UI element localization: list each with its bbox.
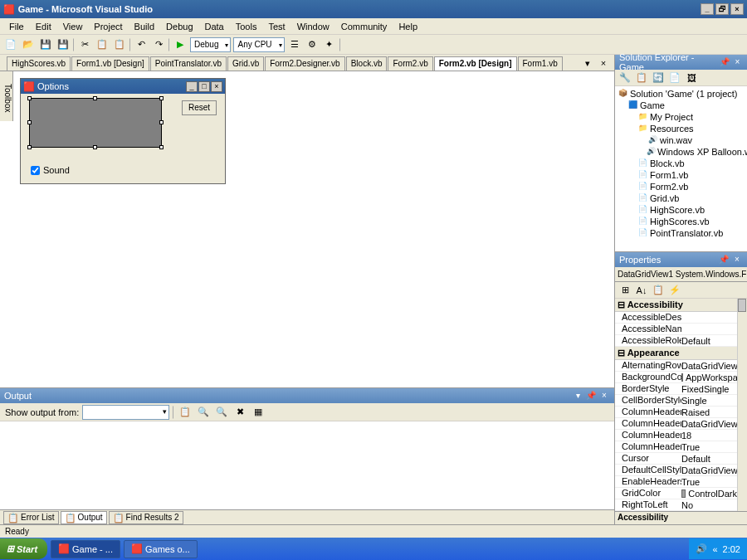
save-all-icon[interactable]: 💾 [56, 37, 71, 52]
prop-row[interactable]: ColumnHeader18 [615, 430, 737, 441]
menu-file[interactable]: File [3, 20, 30, 33]
pin-icon[interactable]: 📌 [585, 391, 597, 401]
tree-item[interactable]: 📄Form1.vb [617, 169, 745, 181]
menu-edit[interactable]: Edit [30, 20, 57, 33]
dropdown-icon[interactable]: ▾ [572, 391, 583, 401]
prop-category[interactable]: ⊟ Appearance [615, 347, 747, 360]
tab-block-vb[interactable]: Block.vb [346, 56, 388, 71]
prop-row[interactable]: ColumnHeaderDataGridViewCel [615, 418, 737, 430]
close-icon[interactable]: × [732, 57, 743, 67]
menu-debug[interactable]: Debug [160, 20, 198, 33]
prop-row[interactable]: CursorDefault [615, 453, 737, 465]
output-tool-icon[interactable]: 🔍 [214, 405, 229, 420]
menu-view[interactable]: View [57, 20, 89, 33]
tree-item[interactable]: 📄Form2.vb [617, 181, 745, 192]
prop-row[interactable]: AlternatingRowDataGridViewCel [615, 360, 737, 372]
properties-icon[interactable]: 📋 [651, 283, 666, 298]
properties-object[interactable]: DataGridView1 System.Windows.F [615, 267, 747, 282]
tray-icon[interactable]: 🔊 [696, 543, 707, 554]
undo-icon[interactable]: ↶ [134, 37, 149, 52]
events-icon[interactable]: ⚡ [667, 283, 682, 298]
tree-item[interactable]: 📄HighScores.vb [617, 216, 745, 227]
prop-value[interactable]: 18 [681, 430, 737, 441]
config-dropdown[interactable]: Debug [190, 37, 231, 52]
bottom-tab-error-list[interactable]: 📋Error List [3, 511, 59, 524]
prop-row[interactable]: ColumnHeaderRaised [615, 407, 737, 418]
start-debug-icon[interactable]: ▶ [173, 37, 188, 52]
menu-project[interactable]: Project [88, 20, 128, 33]
categorized-icon[interactable]: ⊞ [618, 283, 632, 298]
prop-value[interactable]: DataGridViewCel [681, 465, 737, 475]
form-minimize-button[interactable]: _ [186, 81, 198, 92]
view-designer-icon[interactable]: 🖼 [684, 71, 699, 85]
prop-row[interactable]: EnableHeadersTrue [615, 476, 737, 488]
cut-icon[interactable]: ✂ [77, 37, 92, 52]
pin-icon[interactable]: 📌 [718, 255, 730, 265]
redo-icon[interactable]: ↷ [151, 37, 166, 52]
tab-grid-vb[interactable]: Grid.vb [227, 56, 264, 71]
tree-item[interactable]: 📄Block.vb [617, 158, 745, 169]
prop-row[interactable]: BackgroundColAppWorkspa [615, 372, 737, 383]
prop-value[interactable]: No [681, 499, 737, 510]
prop-value[interactable]: FixedSingle [681, 383, 737, 394]
prop-row[interactable]: AccessibleNam [615, 324, 737, 335]
output-source-dropdown[interactable] [82, 405, 169, 420]
prop-row[interactable]: AccessibleRoleDefault [615, 335, 737, 347]
tab-form2-vb[interactable]: Form2.vb [388, 56, 432, 71]
tree-item[interactable]: 🔊win.wav [617, 134, 745, 146]
bottom-tab-output[interactable]: 📋Output [61, 511, 107, 524]
properties-grid[interactable]: ⊟ AccessibilityAccessibleDescAccessibleN… [615, 299, 747, 511]
menu-data[interactable]: Data [199, 20, 230, 33]
properties-scrollbar[interactable] [737, 299, 747, 511]
tool-icon[interactable]: ☰ [287, 37, 302, 52]
view-code-icon[interactable]: 📄 [667, 71, 682, 85]
platform-dropdown[interactable]: Any CPU [233, 37, 284, 52]
form-close-button[interactable]: × [211, 81, 222, 92]
prop-row[interactable]: CellBorderStyleSingle [615, 395, 737, 407]
menu-help[interactable]: Help [393, 20, 423, 33]
restore-button[interactable]: 🗗 [715, 3, 729, 15]
toolbox-tab[interactable]: Toolbox [0, 71, 13, 121]
save-icon[interactable]: 💾 [38, 37, 53, 52]
prop-row[interactable]: RightToLeftNo [615, 499, 737, 511]
alphabetical-icon[interactable]: A↓ [634, 283, 649, 298]
prop-value[interactable]: ControlDark [681, 488, 737, 499]
output-tool-icon[interactable]: 📋 [178, 405, 193, 420]
prop-row[interactable]: ColumnHeaderTrue [615, 441, 737, 453]
tree-item[interactable]: 🔊Windows XP Balloon.wav [617, 146, 745, 158]
tree-item[interactable]: 📄PointTranslator.vb [617, 227, 745, 239]
tree-item[interactable]: 📁Resources [617, 123, 745, 134]
tool-icon[interactable]: ⚙ [305, 37, 320, 52]
menu-build[interactable]: Build [129, 20, 160, 33]
output-tool-icon[interactable]: ▦ [251, 405, 266, 420]
reset-button[interactable]: Reset [182, 100, 217, 115]
tool-icon[interactable]: ✦ [322, 37, 337, 52]
prop-value[interactable]: Default [681, 335, 737, 346]
prop-row[interactable]: AccessibleDesc [615, 312, 737, 324]
tray-chevron-icon[interactable]: « [712, 544, 717, 554]
bottom-tab-find-results-2[interactable]: 📋Find Results 2 [109, 511, 183, 524]
close-button[interactable]: × [730, 3, 744, 15]
task-button[interactable]: 🟥Games o... [124, 540, 198, 558]
tab-pointtranslator-vb[interactable]: PointTranslator.vb [150, 56, 227, 71]
prop-value[interactable]: AppWorkspa [681, 372, 737, 382]
solution-tree[interactable]: 📦Solution 'Game' (1 project)🟦Game📁My Pro… [615, 86, 747, 251]
show-all-icon[interactable]: 📋 [634, 71, 649, 85]
prop-row[interactable]: DefaultCellStylDataGridViewCel [615, 465, 737, 476]
tab-form1-vb--design-[interactable]: Form1.vb [Design] [71, 56, 149, 71]
prop-value[interactable]: True [681, 441, 737, 452]
new-file-icon[interactable]: 📄 [3, 37, 18, 52]
menu-tools[interactable]: Tools [230, 20, 263, 33]
paste-icon[interactable]: 📋 [112, 37, 127, 52]
prop-value[interactable] [681, 312, 737, 323]
prop-row[interactable]: BorderStyleFixedSingle [615, 383, 737, 395]
prop-value[interactable]: Single [681, 395, 737, 406]
tree-item[interactable]: 📄Grid.vb [617, 192, 745, 204]
prop-row[interactable]: GridColorControlDark [615, 488, 737, 499]
tab-highscores-vb[interactable]: HighScores.vb [7, 56, 71, 71]
minimize-button[interactable]: _ [701, 3, 714, 15]
refresh-icon[interactable]: 🔄 [651, 71, 666, 85]
output-tool-icon[interactable]: 🔍 [196, 405, 211, 420]
tree-item[interactable]: 📁My Project [617, 111, 745, 123]
output-body[interactable] [0, 421, 614, 509]
